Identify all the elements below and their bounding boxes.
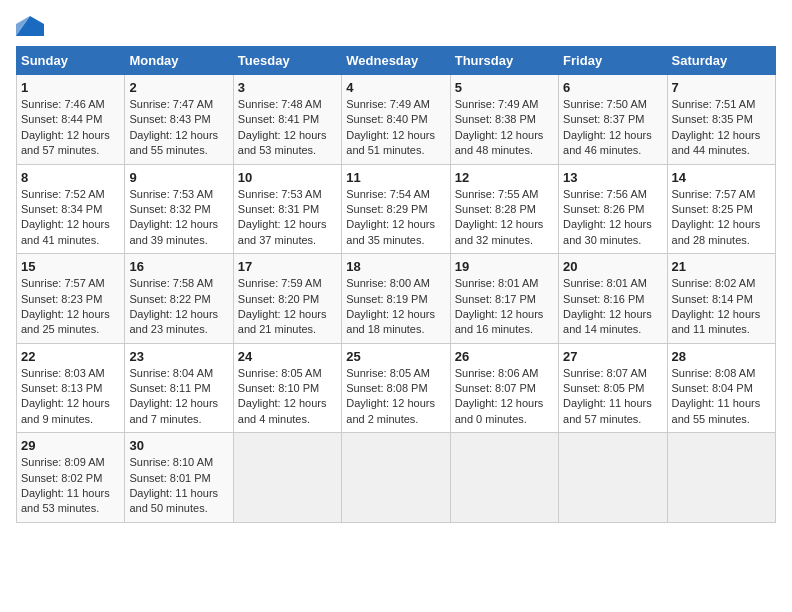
day-number: 13 — [563, 170, 662, 185]
calendar-week-row: 22Sunrise: 8:03 AMSunset: 8:13 PMDayligh… — [17, 343, 776, 433]
calendar-day-cell: 25Sunrise: 8:05 AMSunset: 8:08 PMDayligh… — [342, 343, 450, 433]
calendar-day-cell: 9Sunrise: 7:53 AMSunset: 8:32 PMDaylight… — [125, 164, 233, 254]
calendar-day-cell: 13Sunrise: 7:56 AMSunset: 8:26 PMDayligh… — [559, 164, 667, 254]
day-info: Sunrise: 7:53 AMSunset: 8:32 PMDaylight:… — [129, 187, 228, 249]
day-number: 27 — [563, 349, 662, 364]
day-info: Sunrise: 8:00 AMSunset: 8:19 PMDaylight:… — [346, 276, 445, 338]
day-info: Sunrise: 7:59 AMSunset: 8:20 PMDaylight:… — [238, 276, 337, 338]
weekday-header-cell: Sunday — [17, 47, 125, 75]
calendar-day-cell: 11Sunrise: 7:54 AMSunset: 8:29 PMDayligh… — [342, 164, 450, 254]
day-info: Sunrise: 8:10 AMSunset: 8:01 PMDaylight:… — [129, 455, 228, 517]
calendar-day-cell: 28Sunrise: 8:08 AMSunset: 8:04 PMDayligh… — [667, 343, 775, 433]
day-number: 16 — [129, 259, 228, 274]
day-info: Sunrise: 7:49 AMSunset: 8:40 PMDaylight:… — [346, 97, 445, 159]
calendar-day-cell: 6Sunrise: 7:50 AMSunset: 8:37 PMDaylight… — [559, 75, 667, 165]
day-info: Sunrise: 7:53 AMSunset: 8:31 PMDaylight:… — [238, 187, 337, 249]
calendar-day-cell: 17Sunrise: 7:59 AMSunset: 8:20 PMDayligh… — [233, 254, 341, 344]
weekday-header-cell: Monday — [125, 47, 233, 75]
day-info: Sunrise: 7:52 AMSunset: 8:34 PMDaylight:… — [21, 187, 120, 249]
day-number: 8 — [21, 170, 120, 185]
calendar-day-cell: 16Sunrise: 7:58 AMSunset: 8:22 PMDayligh… — [125, 254, 233, 344]
day-number: 25 — [346, 349, 445, 364]
day-number: 17 — [238, 259, 337, 274]
day-info: Sunrise: 7:46 AMSunset: 8:44 PMDaylight:… — [21, 97, 120, 159]
day-number: 30 — [129, 438, 228, 453]
day-info: Sunrise: 7:57 AMSunset: 8:25 PMDaylight:… — [672, 187, 771, 249]
calendar-day-cell: 8Sunrise: 7:52 AMSunset: 8:34 PMDaylight… — [17, 164, 125, 254]
day-info: Sunrise: 8:01 AMSunset: 8:16 PMDaylight:… — [563, 276, 662, 338]
day-info: Sunrise: 7:48 AMSunset: 8:41 PMDaylight:… — [238, 97, 337, 159]
day-number: 7 — [672, 80, 771, 95]
day-info: Sunrise: 8:02 AMSunset: 8:14 PMDaylight:… — [672, 276, 771, 338]
weekday-header-cell: Tuesday — [233, 47, 341, 75]
day-info: Sunrise: 8:03 AMSunset: 8:13 PMDaylight:… — [21, 366, 120, 428]
day-info: Sunrise: 8:04 AMSunset: 8:11 PMDaylight:… — [129, 366, 228, 428]
day-number: 1 — [21, 80, 120, 95]
calendar-day-cell: 22Sunrise: 8:03 AMSunset: 8:13 PMDayligh… — [17, 343, 125, 433]
calendar-day-cell: 4Sunrise: 7:49 AMSunset: 8:40 PMDaylight… — [342, 75, 450, 165]
day-info: Sunrise: 8:05 AMSunset: 8:10 PMDaylight:… — [238, 366, 337, 428]
day-number: 24 — [238, 349, 337, 364]
day-number: 23 — [129, 349, 228, 364]
calendar-week-row: 29Sunrise: 8:09 AMSunset: 8:02 PMDayligh… — [17, 433, 776, 523]
logo — [16, 16, 46, 36]
calendar-body: 1Sunrise: 7:46 AMSunset: 8:44 PMDaylight… — [17, 75, 776, 523]
calendar-day-cell — [667, 433, 775, 523]
calendar-day-cell — [233, 433, 341, 523]
calendar-week-row: 1Sunrise: 7:46 AMSunset: 8:44 PMDaylight… — [17, 75, 776, 165]
calendar-day-cell: 5Sunrise: 7:49 AMSunset: 8:38 PMDaylight… — [450, 75, 558, 165]
day-number: 19 — [455, 259, 554, 274]
day-number: 18 — [346, 259, 445, 274]
weekday-header-cell: Saturday — [667, 47, 775, 75]
calendar-day-cell: 1Sunrise: 7:46 AMSunset: 8:44 PMDaylight… — [17, 75, 125, 165]
day-number: 28 — [672, 349, 771, 364]
calendar-day-cell: 12Sunrise: 7:55 AMSunset: 8:28 PMDayligh… — [450, 164, 558, 254]
calendar-day-cell: 27Sunrise: 8:07 AMSunset: 8:05 PMDayligh… — [559, 343, 667, 433]
day-number: 21 — [672, 259, 771, 274]
day-number: 10 — [238, 170, 337, 185]
day-number: 4 — [346, 80, 445, 95]
day-info: Sunrise: 7:50 AMSunset: 8:37 PMDaylight:… — [563, 97, 662, 159]
day-number: 12 — [455, 170, 554, 185]
weekday-header-cell: Wednesday — [342, 47, 450, 75]
day-info: Sunrise: 8:05 AMSunset: 8:08 PMDaylight:… — [346, 366, 445, 428]
day-number: 11 — [346, 170, 445, 185]
calendar-day-cell: 2Sunrise: 7:47 AMSunset: 8:43 PMDaylight… — [125, 75, 233, 165]
day-number: 6 — [563, 80, 662, 95]
calendar-day-cell — [342, 433, 450, 523]
day-number: 9 — [129, 170, 228, 185]
calendar-week-row: 15Sunrise: 7:57 AMSunset: 8:23 PMDayligh… — [17, 254, 776, 344]
day-info: Sunrise: 8:01 AMSunset: 8:17 PMDaylight:… — [455, 276, 554, 338]
calendar-day-cell: 29Sunrise: 8:09 AMSunset: 8:02 PMDayligh… — [17, 433, 125, 523]
calendar-day-cell: 30Sunrise: 8:10 AMSunset: 8:01 PMDayligh… — [125, 433, 233, 523]
logo-icon — [16, 16, 44, 36]
day-number: 22 — [21, 349, 120, 364]
day-info: Sunrise: 7:47 AMSunset: 8:43 PMDaylight:… — [129, 97, 228, 159]
day-info: Sunrise: 8:09 AMSunset: 8:02 PMDaylight:… — [21, 455, 120, 517]
weekday-header-cell: Thursday — [450, 47, 558, 75]
calendar-day-cell: 21Sunrise: 8:02 AMSunset: 8:14 PMDayligh… — [667, 254, 775, 344]
day-info: Sunrise: 7:58 AMSunset: 8:22 PMDaylight:… — [129, 276, 228, 338]
calendar-day-cell: 23Sunrise: 8:04 AMSunset: 8:11 PMDayligh… — [125, 343, 233, 433]
calendar-week-row: 8Sunrise: 7:52 AMSunset: 8:34 PMDaylight… — [17, 164, 776, 254]
day-info: Sunrise: 7:54 AMSunset: 8:29 PMDaylight:… — [346, 187, 445, 249]
day-info: Sunrise: 7:49 AMSunset: 8:38 PMDaylight:… — [455, 97, 554, 159]
calendar-day-cell: 18Sunrise: 8:00 AMSunset: 8:19 PMDayligh… — [342, 254, 450, 344]
day-number: 15 — [21, 259, 120, 274]
calendar-day-cell: 19Sunrise: 8:01 AMSunset: 8:17 PMDayligh… — [450, 254, 558, 344]
day-info: Sunrise: 8:07 AMSunset: 8:05 PMDaylight:… — [563, 366, 662, 428]
calendar-day-cell: 15Sunrise: 7:57 AMSunset: 8:23 PMDayligh… — [17, 254, 125, 344]
weekday-header-cell: Friday — [559, 47, 667, 75]
day-number: 20 — [563, 259, 662, 274]
day-info: Sunrise: 8:08 AMSunset: 8:04 PMDaylight:… — [672, 366, 771, 428]
day-info: Sunrise: 7:55 AMSunset: 8:28 PMDaylight:… — [455, 187, 554, 249]
day-number: 5 — [455, 80, 554, 95]
day-info: Sunrise: 8:06 AMSunset: 8:07 PMDaylight:… — [455, 366, 554, 428]
calendar-day-cell: 20Sunrise: 8:01 AMSunset: 8:16 PMDayligh… — [559, 254, 667, 344]
day-info: Sunrise: 7:51 AMSunset: 8:35 PMDaylight:… — [672, 97, 771, 159]
calendar-day-cell — [450, 433, 558, 523]
calendar-day-cell — [559, 433, 667, 523]
calendar-day-cell: 24Sunrise: 8:05 AMSunset: 8:10 PMDayligh… — [233, 343, 341, 433]
day-info: Sunrise: 7:57 AMSunset: 8:23 PMDaylight:… — [21, 276, 120, 338]
weekday-header-row: SundayMondayTuesdayWednesdayThursdayFrid… — [17, 47, 776, 75]
